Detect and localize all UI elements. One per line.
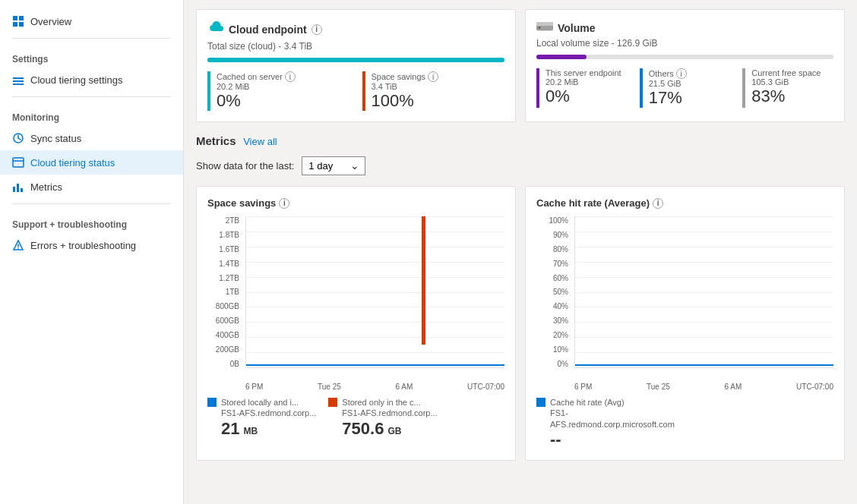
cache-gridline-6: [575, 307, 833, 307]
sidebar-item-sync-status[interactable]: Sync status: [0, 126, 183, 150]
cache-hit-rate-info-icon[interactable]: i: [653, 198, 663, 209]
volume-icon: [536, 20, 553, 35]
legend-color-orange: [328, 398, 337, 407]
cache-gridline-8: [575, 337, 833, 338]
sidebar-item-errors[interactable]: Errors + troubleshooting: [0, 233, 183, 257]
space-savings-x-axis: 6 PM Tue 25 6 AM UTC-07:00: [245, 383, 504, 391]
time-range-select-wrapper: 1 day 7 days 30 days: [302, 156, 365, 175]
cache-gridline-9: [575, 352, 833, 353]
others-subtext: 21.5 GiB: [649, 79, 731, 88]
cached-label: Cached on server i: [217, 71, 350, 82]
view-all-link[interactable]: View all: [243, 136, 277, 147]
savings-metric: Space savings i 3.4 TiB 100%: [362, 71, 505, 111]
cache-gridline-0: [575, 216, 833, 217]
sidebar-item-metrics[interactable]: Metrics: [0, 175, 183, 199]
space-savings-line: [246, 364, 504, 366]
server-endpoint-pct: 0%: [546, 87, 628, 106]
cloud-endpoint-metrics: Cached on server i 20.2 MiB 0% Space sav…: [207, 71, 504, 111]
svg-rect-4: [13, 77, 24, 79]
svg-rect-8: [13, 158, 24, 167]
space-savings-info-icon[interactable]: i: [279, 198, 289, 209]
server-endpoint-subtext: 20.2 MiB: [546, 77, 628, 87]
svg-rect-3: [19, 22, 24, 27]
volume-title: Volume: [536, 20, 833, 35]
svg-rect-5: [13, 80, 24, 82]
svg-rect-6: [13, 83, 24, 85]
time-range-select[interactable]: 1 day 7 days 30 days: [302, 156, 365, 175]
cloud-tiering-status-icon: [12, 156, 24, 169]
cloud-endpoint-progress-fill: [207, 58, 504, 62]
cache-hit-rate-x-axis: 6 PM Tue 25 6 AM UTC-07:00: [574, 383, 833, 391]
volume-progress-bar: [536, 55, 833, 59]
cloud-endpoint-title: Cloud endpoint i: [207, 20, 504, 38]
cloud-endpoint-card: Cloud endpoint i Total size (cloud) - 3.…: [196, 9, 516, 122]
free-space-subtext: 105.3 GiB: [751, 77, 833, 87]
svg-rect-2: [13, 22, 17, 27]
metrics-section-title: Metrics: [196, 134, 236, 147]
gridline-4: [246, 277, 504, 278]
gridline-2: [246, 247, 504, 247]
cache-hit-rate-chart-area: 100% 90% 80% 70% 60% 50% 40% 30% 20% 10%…: [536, 216, 833, 391]
savings-subtext: 3.4 TiB: [372, 82, 505, 91]
legend-item-stored-locally: Stored locally and i...FS1-AFS.redmond.c…: [207, 397, 316, 439]
cloud-endpoint-progress-bar: [207, 58, 504, 62]
sidebar-item-overview-label: Overview: [30, 16, 71, 27]
charts-row: Space savings i 2TB 1.8TB 1.6TB 1.4TB 1.…: [196, 186, 845, 461]
free-space-metric: Current free space 105.3 GiB 83%: [742, 68, 833, 108]
cached-info-icon[interactable]: i: [285, 71, 296, 82]
sidebar-item-cloud-tiering-status[interactable]: Cloud tiering status: [0, 150, 183, 175]
savings-pct: 100%: [372, 91, 505, 111]
cards-row: Cloud endpoint i Total size (cloud) - 3.…: [196, 9, 845, 122]
cache-gridline-2: [575, 247, 833, 247]
cache-hit-rate-plot: [574, 216, 833, 368]
gridline-7: [246, 322, 504, 323]
svg-point-12: [17, 247, 19, 249]
metrics-icon: [12, 181, 24, 193]
cache-hit-rate-chart-title: Cache hit rate (Average) i: [536, 197, 833, 209]
svg-point-15: [539, 27, 541, 29]
space-savings-y-axis: 2TB 1.8TB 1.6TB 1.4TB 1.2TB 1TB 800GB 60…: [207, 216, 242, 368]
cache-gridline-5: [575, 292, 833, 293]
others-info-icon[interactable]: i: [676, 68, 687, 79]
volume-progress-fill: [536, 55, 587, 59]
gridline-5: [246, 292, 504, 293]
others-label: Others i: [649, 68, 731, 79]
cloud-icon: [207, 20, 224, 38]
space-savings-chart-area: 2TB 1.8TB 1.6TB 1.4TB 1.2TB 1TB 800GB 60…: [207, 216, 504, 391]
sidebar-item-cloud-tiering-status-label: Cloud tiering status: [30, 157, 115, 169]
svg-rect-16: [536, 22, 553, 26]
sidebar-section-monitoring: Monitoring: [0, 102, 183, 126]
cache-gridline-4: [575, 277, 833, 278]
svg-rect-0: [13, 16, 17, 20]
cached-pct: 0%: [217, 91, 350, 111]
free-space-label: Current free space: [751, 68, 833, 77]
savings-label: Space savings i: [372, 71, 505, 82]
svg-rect-11: [21, 188, 23, 192]
cache-hit-rate-line: [575, 364, 833, 366]
server-endpoint-metric: This server endpoint 20.2 MiB 0%: [536, 68, 628, 108]
sidebar-section-support: Support + troubleshooting: [0, 209, 183, 233]
sidebar-divider-1: [12, 38, 171, 39]
cloud-endpoint-info-icon[interactable]: i: [311, 24, 322, 35]
metrics-section-header: Metrics View all: [196, 134, 845, 147]
sidebar-item-overview[interactable]: Overview: [0, 9, 183, 33]
sidebar-item-errors-label: Errors + troubleshooting: [30, 240, 136, 251]
sync-status-icon: [12, 132, 24, 144]
space-savings-plot: [245, 216, 504, 368]
gridline-0: [246, 216, 504, 217]
cache-gridline-7: [575, 322, 833, 323]
filter-row: Show data for the last: 1 day 7 days 30 …: [196, 156, 845, 175]
savings-info-icon[interactable]: i: [428, 71, 438, 82]
sidebar-divider-2: [12, 96, 171, 97]
main-content: Cloud endpoint i Total size (cloud) - 3.…: [184, 0, 857, 504]
volume-subtitle: Local volume size - 126.9 GiB: [536, 38, 833, 49]
server-endpoint-label: This server endpoint: [546, 68, 628, 77]
others-metric: Others i 21.5 GiB 17%: [640, 68, 731, 108]
cached-subtext: 20.2 MiB: [217, 82, 350, 91]
sidebar-divider-3: [12, 203, 171, 204]
space-savings-bar: [422, 216, 425, 345]
space-savings-chart-card: Space savings i 2TB 1.8TB 1.6TB 1.4TB 1.…: [196, 186, 516, 461]
sidebar: Overview Settings Cloud tiering settings…: [0, 0, 184, 504]
sidebar-item-cloud-tiering-settings[interactable]: Cloud tiering settings: [0, 68, 183, 92]
cache-gridline-3: [575, 262, 833, 263]
